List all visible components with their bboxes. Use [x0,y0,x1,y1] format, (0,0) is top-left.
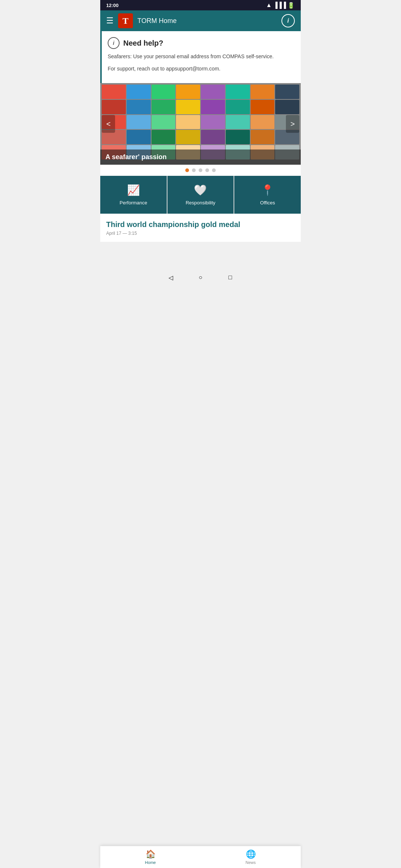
mosaic-cell [201,115,225,129]
battery-icon: 🔋 [287,2,295,9]
carousel-dot-5[interactable] [212,168,216,172]
mosaic-cell [127,115,151,129]
carousel-caption: A seafarer' passion [100,149,301,165]
action-tile-performance[interactable]: 📈Performance [100,176,167,214]
carousel-dots [100,165,301,176]
action-icon-performance: 📈 [127,184,140,196]
mosaic-cell [151,115,176,129]
status-icons: ▲ ▐▐▐ 🔋 [266,2,295,9]
app-header: ☰ T TORM Home i [100,10,301,31]
app-logo: T [118,13,133,28]
mosaic-cell [127,130,151,144]
mosaic-cell [251,115,275,129]
mosaic-cell [226,85,250,99]
mosaic-cell [251,85,275,99]
help-header: i Need help? [108,37,295,49]
mosaic-cell [176,85,200,99]
mosaic-cell [201,85,225,99]
header-left: ☰ T TORM Home [106,13,177,28]
quick-actions-grid: 📈Performance🤍Responsibility📍Offices [100,176,301,214]
mosaic-cell [102,85,126,99]
carousel-next-button[interactable]: > [286,115,299,133]
android-nav-bar: ◁ ○ □ [100,272,301,285]
mosaic-cell [275,85,299,99]
action-label-performance: Performance [120,200,147,206]
help-text-line1: Seafarers: Use your personal email addre… [108,53,295,60]
mosaic-cell [127,100,151,114]
wifi-icon: ▲ [266,2,272,9]
help-info-icon: i [108,37,120,49]
action-tile-responsibility[interactable]: 🤍Responsibility [167,176,234,214]
action-icon-responsibility: 🤍 [194,184,207,196]
header-info-button[interactable]: i [281,14,295,27]
mosaic-cell [102,100,126,114]
news-headline: Third world championship gold medal [106,220,295,229]
image-carousel: A seafarer' passion < > [100,83,301,165]
mosaic-cell [251,130,275,144]
signal-icon: ▐▐▐ [273,2,286,9]
logo-letter: T [123,16,128,26]
android-recents-button[interactable]: □ [226,274,234,281]
mosaic-cell [226,115,250,129]
android-back-button[interactable]: ◁ [167,274,175,281]
action-icon-offices: 📍 [261,184,274,196]
help-title: Need help? [123,39,163,47]
mosaic-cell [201,100,225,114]
mosaic-cell [151,100,176,114]
mosaic-cell [251,100,275,114]
carousel-dot-2[interactable] [192,168,196,172]
header-title: TORM Home [137,17,177,25]
carousel-dot-3[interactable] [199,168,202,172]
mosaic-cell [176,130,200,144]
action-tile-offices[interactable]: 📍Offices [234,176,301,214]
carousel-dot-1[interactable] [185,168,189,172]
action-label-responsibility: Responsibility [186,200,215,206]
help-text-line2: For support, reach out to appsupport@tor… [108,65,295,73]
carousel-prev-button[interactable]: < [102,115,115,133]
mosaic-cell [275,100,299,114]
mosaic-cell [176,100,200,114]
mosaic-cell [151,130,176,144]
action-label-offices: Offices [260,200,275,206]
mosaic-cell [226,100,250,114]
news-date: April 17 — 3:15 [106,231,295,236]
status-time: 12:00 [106,3,118,8]
menu-button[interactable]: ☰ [106,16,114,26]
help-banner: i Need help? Seafarers: Use your persona… [100,31,301,83]
carousel-dot-4[interactable] [205,168,209,172]
android-home-button[interactable]: ○ [197,274,204,281]
mosaic-cell [151,85,176,99]
mosaic-cell [127,85,151,99]
mosaic-cell [226,130,250,144]
news-section[interactable]: Third world championship gold medal Apri… [100,214,301,242]
mosaic-cell [176,115,200,129]
status-bar: 12:00 ▲ ▐▐▐ 🔋 [100,0,301,10]
mosaic-cell [201,130,225,144]
